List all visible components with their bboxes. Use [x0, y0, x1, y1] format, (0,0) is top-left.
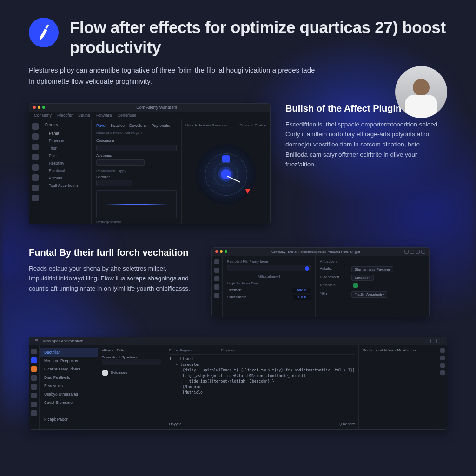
- center-panel: Pavel Iroaslve Dowélone Payronatio Retoh…: [92, 119, 182, 224]
- screenshot-2: Creyslsyr bet Sniferalmosfipeshis Phosed…: [211, 247, 430, 317]
- page-subtitle: Plestures plioy can ancentibe tognative …: [29, 65, 317, 86]
- minimize-icon: [220, 250, 223, 253]
- window-title: Com Alterry Wanteam: [136, 105, 177, 110]
- screenshot-1: Com Alterry Wanteam Consemy Placofer Seu…: [29, 103, 271, 224]
- section-2-text: Funtal By their furll forch vechaition R…: [29, 247, 196, 294]
- zoom-icon: [42, 106, 45, 109]
- section-1-body: Escediftion is. thei sppacle omportermto…: [285, 119, 443, 170]
- author-avatar: [395, 66, 447, 118]
- radar-dial: [196, 144, 256, 205]
- close-icon: [215, 250, 218, 253]
- code-editor: Entorefingome Fuyvame 1 - Lfsort - lired…: [165, 345, 359, 429]
- app-logo: [26, 14, 62, 51]
- close-icon: [33, 106, 36, 109]
- nav-panel: Dectniian Neonord Pceponoy Bicatious Neg…: [40, 345, 98, 429]
- line-chart: [96, 190, 177, 218]
- zoom-icon: [225, 250, 227, 253]
- screenshot-3: ☰ Kilss Spes Applrofeatorn Dectniian Neo…: [29, 337, 447, 430]
- page-title: Flow after effects for optimize quartica…: [70, 18, 447, 57]
- page-header: Flow after effects for optimize quartica…: [29, 18, 447, 57]
- section-2-heading: Funtal By their furll forch vechaition: [29, 247, 196, 258]
- radar-panel: Usos Indaxinea Seversus Dumano Dsatrin: [182, 119, 270, 224]
- minimize-icon: [38, 106, 40, 109]
- section-2-body: Reads eolaue your shena by ahe selettres…: [29, 264, 196, 294]
- brush-icon: [33, 22, 54, 43]
- tool-rail: [29, 119, 41, 224]
- side-panel: Ferrors Panet Proycion Titon Plas Resoti…: [41, 119, 92, 224]
